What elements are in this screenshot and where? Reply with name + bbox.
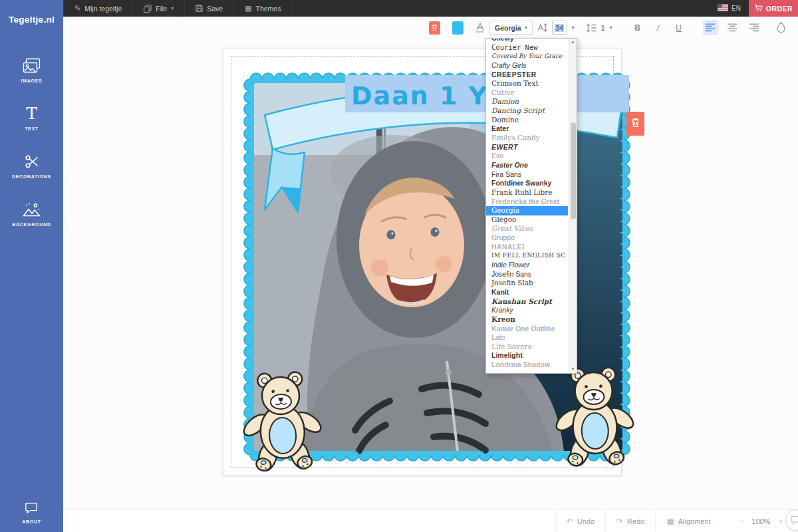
zoom-in-button[interactable]: + — [778, 516, 783, 526]
line-height-caret-icon[interactable]: ▾ — [610, 25, 612, 31]
zoom-out-button[interactable]: − — [739, 516, 744, 526]
font-option[interactable]: Crafty Girls — [486, 61, 568, 70]
chat-bubble-icon — [791, 515, 798, 525]
alignment-label: Alignment — [678, 517, 711, 525]
font-option[interactable]: Josefin Sans — [486, 270, 568, 279]
underline-button[interactable]: U — [671, 20, 686, 35]
sidebar-item-label: DECORATIONS — [12, 174, 51, 179]
font-option[interactable]: Chewy — [486, 38, 568, 43]
menu-save[interactable]: Save — [185, 0, 234, 17]
font-option[interactable]: Limelight — [486, 351, 568, 360]
font-option[interactable]: Covered By Your Grace — [486, 52, 568, 61]
font-option[interactable]: Life Savers — [486, 342, 568, 352]
app-logo[interactable]: Tegeltje.nl — [9, 15, 55, 25]
font-option[interactable]: Georgia — [486, 206, 568, 215]
chat-icon — [25, 502, 38, 517]
font-option[interactable]: Emilys Candy — [486, 134, 568, 143]
delete-text-swatch[interactable] — [429, 21, 440, 35]
font-option[interactable]: Courier New — [486, 43, 568, 53]
sidebar-item-images[interactable]: IMAGES — [0, 54, 63, 86]
cart-icon — [754, 4, 763, 13]
italic-button[interactable]: / — [650, 20, 666, 35]
font-size-icon — [537, 23, 547, 33]
bold-button[interactable]: B — [630, 20, 645, 35]
font-option[interactable]: Londrina Shadow — [486, 360, 568, 370]
font-option[interactable]: Fira Sans — [486, 170, 568, 180]
sidebar-item-decorations[interactable]: DECORATIONS — [0, 150, 63, 182]
font-option[interactable]: Josefin Slab — [486, 279, 568, 288]
font-option[interactable]: Hanalei — [486, 243, 568, 252]
undo-button[interactable]: ↶ Undo — [555, 510, 605, 532]
font-option[interactable]: Fontdiner Swanky — [486, 179, 568, 188]
sidebar-item-label: BACKGROUND — [12, 222, 51, 227]
font-option[interactable]: Eater — [486, 124, 568, 134]
font-option[interactable]: Dancing Script — [486, 106, 568, 116]
order-button[interactable]: ORDER — [749, 0, 798, 17]
font-option[interactable]: Kranky — [486, 306, 568, 315]
sidebar-item-text[interactable]: T TEXT — [0, 102, 63, 134]
font-option[interactable]: Kumar One Outline — [486, 325, 568, 334]
dropdown-scrollbar[interactable]: ▲ ▼ — [569, 39, 577, 373]
font-option[interactable]: Indie Flower — [486, 261, 568, 270]
undo-icon: ↶ — [567, 517, 573, 526]
sidebar-item-label: IMAGES — [21, 78, 43, 83]
us-flag-icon — [718, 4, 728, 13]
font-option[interactable]: Great Vibes — [486, 224, 568, 233]
font-option[interactable]: Kanit — [486, 288, 568, 297]
font-option[interactable]: Crimson Text — [486, 79, 568, 88]
align-center-button[interactable] — [725, 20, 740, 35]
undo-label: Undo — [577, 517, 595, 525]
line-height-value[interactable]: 1 — [601, 24, 605, 32]
font-option[interactable]: IM Fell English SC — [486, 251, 568, 261]
font-option[interactable]: Gruppo — [486, 233, 568, 243]
images-icon — [23, 57, 41, 75]
font-option[interactable]: Kreon — [486, 315, 568, 325]
font-family-select[interactable]: Georgia ▾ — [489, 21, 533, 35]
font-size-input[interactable]: 34 — [552, 21, 567, 35]
align-right-button[interactable] — [747, 20, 762, 35]
align-right-icon — [749, 23, 759, 32]
font-option[interactable]: Kaushan Script — [486, 297, 568, 307]
zoom-level: 100% — [751, 517, 770, 525]
sidebar-item-about[interactable]: ABOUT — [22, 502, 41, 524]
scroll-up-icon[interactable]: ▲ — [569, 39, 577, 45]
color-picker-button[interactable] — [777, 21, 785, 35]
menu-mijn-tegeltje[interactable]: ✎ Mijn tegeltje — [63, 0, 133, 17]
font-option[interactable]: Exo — [486, 152, 568, 161]
scrollbar-thumb[interactable] — [571, 122, 576, 219]
bottom-bar: ↶ Undo ↷ Redo ▦ Alignment − 100% + — [63, 509, 798, 532]
save-icon — [196, 5, 203, 12]
menu-themes[interactable]: ▦ Themes — [234, 0, 292, 17]
chevron-down-icon: ▾ — [171, 5, 174, 11]
sidebar-item-background[interactable]: BACKGROUND — [0, 198, 63, 229]
font-controls: Georgia ▾ 34 ▾ 1 ▾ — [475, 21, 612, 35]
font-option[interactable]: Damion — [486, 97, 568, 106]
align-left-button[interactable] — [703, 20, 718, 35]
font-option[interactable]: Glegoo — [486, 215, 568, 225]
pencil-icon: ✎ — [74, 4, 80, 13]
redo-button[interactable]: ↷ Redo — [605, 510, 655, 532]
sidebar-nav: IMAGES T TEXT DECORATIONS — [0, 54, 63, 229]
language-selector[interactable]: EN — [710, 0, 749, 17]
font-option[interactable]: Fredericka the Great — [486, 198, 568, 207]
sidebar: Tegeltje.nl IMAGES T TEXT — [0, 0, 63, 532]
font-option[interactable]: Faster One — [486, 161, 568, 170]
alignment-button[interactable]: ▦ Alignment — [655, 510, 721, 532]
font-option[interactable]: Ewert — [486, 143, 568, 152]
menu-file[interactable]: File ▾ — [133, 0, 185, 17]
font-list: Chewy Courier New Covered By Your Grace … — [486, 38, 577, 370]
font-option[interactable]: Domine — [486, 116, 568, 125]
font-family-dropdown[interactable]: Chewy Courier New Covered By Your Grace … — [485, 38, 577, 374]
redo-label: Redo — [627, 517, 644, 525]
menu-label: Themes — [256, 5, 281, 13]
text-color-swatch[interactable] — [452, 21, 464, 35]
scroll-down-icon[interactable]: ▼ — [569, 366, 577, 372]
font-option[interactable]: Cutive — [486, 88, 568, 98]
menu-label: File — [156, 5, 167, 13]
font-option[interactable]: Lato — [486, 333, 568, 342]
redo-icon: ↷ — [616, 517, 623, 526]
font-option[interactable]: Frank Ruhl Libre — [486, 188, 568, 198]
delete-element-button[interactable] — [626, 112, 644, 136]
font-option[interactable]: Creepster — [486, 70, 568, 80]
font-size-caret-icon[interactable]: ▾ — [572, 25, 575, 31]
